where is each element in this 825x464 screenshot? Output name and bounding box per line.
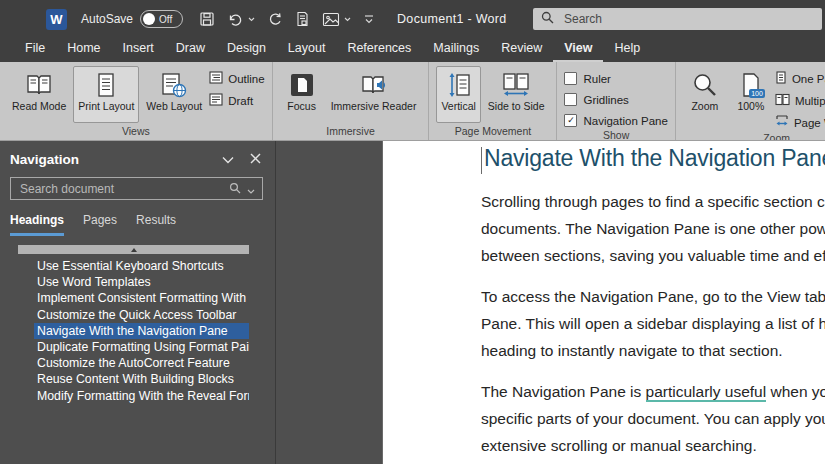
tab-references[interactable]: References — [336, 38, 422, 62]
ribbon-group-show: Ruler Gridlines ✓ Navigation Pane Show — [557, 62, 675, 140]
web-layout-button[interactable]: Web Layout — [141, 66, 207, 123]
tab-pages[interactable]: Pages — [83, 213, 117, 236]
heading-item[interactable]: Customize the AutoCorrect Feature — [34, 355, 249, 371]
paragraph-line: To access the Navigation Pane, go to the… — [481, 283, 825, 310]
autosave-label: AutoSave — [81, 12, 133, 26]
save-icon[interactable] — [199, 11, 215, 27]
tab-review[interactable]: Review — [490, 38, 553, 62]
vertical-button[interactable]: Vertical — [436, 66, 480, 123]
tab-insert[interactable]: Insert — [112, 38, 165, 62]
word-logo-icon: W — [46, 9, 67, 30]
picture-dropdown-icon[interactable] — [344, 17, 351, 22]
search-icon — [229, 180, 241, 198]
web-layout-label: Web Layout — [146, 101, 202, 113]
focus-button[interactable]: Focus — [280, 66, 324, 123]
paragraph-line: heading to instantly navigate to that se… — [481, 337, 825, 364]
pane-close-icon[interactable] — [250, 150, 261, 168]
page-width-label: Page Width — [794, 117, 825, 129]
draft-icon — [209, 93, 223, 108]
document-title: Document1 - Word — [397, 12, 506, 26]
autosave-toggle[interactable]: Off — [140, 10, 183, 28]
heading-item[interactable]: Modify Formatting With the Reveal Format… — [34, 388, 249, 404]
page-width-icon — [775, 115, 789, 130]
zoom-icon — [692, 69, 718, 101]
read-mode-label: Read Mode — [12, 101, 66, 113]
title-search-box[interactable] — [533, 8, 822, 30]
editor-suggestion-underline[interactable]: particularly useful — [646, 383, 767, 402]
ribbon-group-immersive: Focus Immersive Reader Immersive — [273, 62, 430, 140]
paragraph-1: Scrolling through pages to find a specif… — [481, 188, 825, 269]
heading-item-selected[interactable]: Navigate With the Navigation Pane — [34, 323, 249, 339]
gridlines-checkbox[interactable]: Gridlines — [564, 93, 667, 106]
pane-options-chevron-icon[interactable] — [222, 150, 234, 168]
immersive-reader-button[interactable]: Immersive Reader — [326, 66, 422, 123]
document-search-box[interactable] — [10, 177, 263, 200]
outline-button[interactable]: Outline — [209, 71, 264, 86]
ribbon-tab-row: File Home Insert Draw Design Layout Refe… — [0, 38, 825, 62]
zoom-100-button[interactable]: 100 100% — [729, 66, 773, 130]
tab-design[interactable]: Design — [216, 38, 277, 62]
side-to-side-button[interactable]: Side to Side — [483, 66, 550, 123]
search-icon — [541, 10, 554, 28]
paragraph-line: The Navigation Pane is particularly usef… — [481, 378, 825, 405]
navigation-pane: Navigation — [0, 141, 276, 464]
navigation-pane-checkbox[interactable]: ✓ Navigation Pane — [564, 114, 667, 127]
immersive-reader-icon — [360, 69, 388, 101]
heading-item[interactable]: Customize the Quick Access Toolbar — [34, 307, 249, 323]
one-page-button[interactable]: One Page — [775, 71, 825, 86]
search-options-chevron-icon[interactable] — [247, 180, 255, 198]
read-mode-button[interactable]: Read Mode — [7, 66, 71, 123]
autosave-state: Off — [159, 14, 172, 25]
heading-item[interactable]: Implement Consistent Formatting With Sty… — [34, 290, 249, 306]
paragraph-3: The Navigation Pane is particularly usef… — [481, 378, 825, 459]
tab-help[interactable]: Help — [603, 38, 651, 62]
tab-file[interactable]: File — [14, 38, 56, 62]
ruler-label: Ruler — [583, 73, 610, 85]
multiple-pages-button[interactable]: Multiple Pages — [775, 93, 825, 108]
tab-results[interactable]: Results — [136, 213, 176, 236]
ruler-checkbox-icon — [564, 72, 577, 85]
print-layout-button[interactable]: Print Layout — [73, 66, 139, 123]
toggle-knob-icon — [143, 13, 155, 25]
heading-item[interactable]: Duplicate Formatting Using Format Painte… — [34, 339, 249, 355]
tab-layout[interactable]: Layout — [277, 38, 337, 62]
search-input[interactable] — [562, 11, 814, 27]
page-width-button[interactable]: Page Width — [775, 115, 825, 130]
undo-icon[interactable] — [227, 11, 244, 27]
tab-view[interactable]: View — [553, 38, 603, 62]
side-to-side-icon — [502, 69, 530, 101]
insert-picture-icon[interactable] — [322, 12, 340, 27]
tab-mailings[interactable]: Mailings — [422, 38, 490, 62]
zoom-label: Zoom — [691, 101, 718, 113]
paragraph-text: when you — [766, 383, 825, 400]
heading-item[interactable]: Use Essential Keyboard Shortcuts — [34, 258, 249, 274]
page-movement-group-label: Page Movement — [429, 123, 556, 140]
heading-item[interactable]: Reuse Content With Building Blocks — [34, 371, 249, 387]
multiple-pages-icon — [775, 93, 790, 108]
gridlines-checkbox-icon — [564, 93, 577, 106]
draft-button[interactable]: Draft — [209, 93, 264, 108]
paragraph-2: To access the Navigation Pane, go to the… — [481, 283, 825, 364]
one-page-label: One Page — [792, 73, 825, 85]
navigation-pane-title: Navigation — [10, 152, 222, 167]
tab-draw[interactable]: Draw — [165, 38, 216, 62]
document-search-input[interactable] — [18, 181, 223, 197]
zoom-100-icon: 100 — [741, 69, 761, 101]
zoom-button[interactable]: Zoom — [683, 66, 727, 130]
quick-access-toolbar — [199, 11, 375, 27]
draft-label: Draft — [228, 95, 253, 107]
document-page[interactable]: Navigate With the Navigation Pane Scroll… — [382, 141, 825, 464]
heading-item[interactable]: Use Word Templates — [34, 274, 249, 290]
focus-label: Focus — [287, 101, 316, 113]
customize-qat-icon[interactable] — [363, 14, 375, 24]
tab-headings[interactable]: Headings — [10, 213, 64, 236]
ribbon-view: Read Mode Print Layout — [0, 62, 825, 141]
paragraph-line: documents. The Navigation Pane is one ot… — [481, 215, 825, 242]
ruler-checkbox[interactable]: Ruler — [564, 72, 667, 85]
undo-dropdown-icon[interactable] — [248, 17, 255, 22]
tab-home[interactable]: Home — [56, 38, 111, 62]
headings-scroll-up-bar[interactable] — [18, 245, 249, 254]
redo-icon[interactable] — [267, 11, 283, 27]
paragraph-line: specific parts of your document. You can… — [481, 405, 825, 432]
print-preview-icon[interactable] — [295, 11, 310, 27]
